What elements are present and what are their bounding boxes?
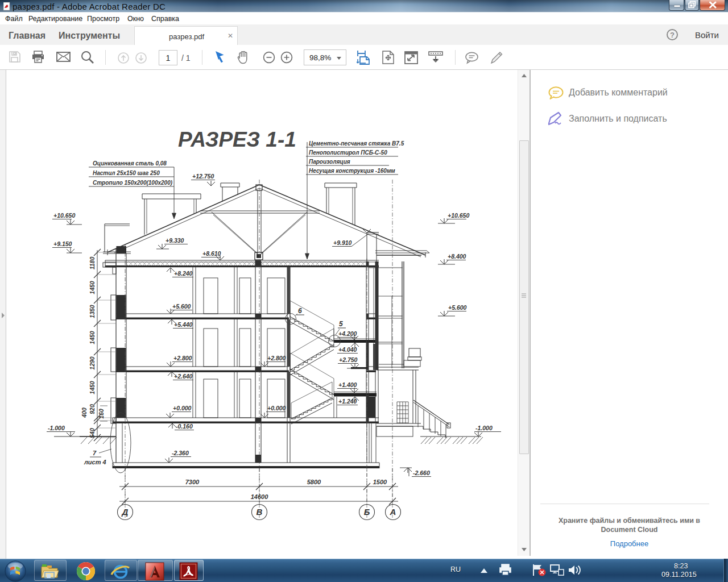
svg-text:+1.400: +1.400: [338, 381, 357, 388]
svg-text:14600: 14600: [251, 493, 268, 500]
svg-text:540: 540: [89, 428, 96, 438]
svg-text:Настил 25х150 шаг 250: Настил 25х150 шаг 250: [93, 170, 160, 176]
svg-text:В: В: [257, 507, 263, 517]
svg-text:1180: 1180: [89, 257, 96, 270]
svg-text:Пенополистирол ПСБ-С-50: Пенополистирол ПСБ-С-50: [309, 149, 387, 156]
svg-text:Цементно-песчаная стяжка В7.5: Цементно-песчаная стяжка В7.5: [309, 140, 404, 147]
svg-text:+2.800: +2.800: [267, 355, 286, 361]
svg-text:+2.750: +2.750: [339, 356, 358, 363]
svg-text:+5.440: +5.440: [174, 321, 193, 328]
svg-text:Стропило 150х200(100х200): Стропило 150х200(100х200): [93, 180, 173, 186]
svg-text:1500: 1500: [373, 479, 387, 485]
svg-text:Д: Д: [121, 507, 129, 517]
svg-text:+4.040: +4.040: [338, 346, 357, 353]
svg-text:А: А: [390, 507, 396, 517]
svg-text:6: 6: [298, 307, 302, 315]
svg-text:-1.000: -1.000: [475, 425, 493, 431]
svg-text:+0.000: +0.000: [267, 405, 286, 411]
svg-text:+9.330: +9.330: [166, 237, 184, 244]
svg-text:-2.660: -2.660: [413, 469, 430, 476]
svg-text:Пароизоляция: Пароизоляция: [309, 159, 350, 165]
svg-text:+9.910: +9.910: [333, 239, 352, 246]
svg-text:Б: Б: [364, 507, 370, 517]
svg-text:+1.240: +1.240: [338, 398, 357, 405]
svg-text:400: 400: [81, 408, 88, 418]
svg-text:+2.640: +2.640: [174, 373, 193, 380]
svg-text:+2.800: +2.800: [173, 355, 192, 361]
svg-text:+8.610: +8.610: [202, 250, 221, 257]
svg-text:+9.150: +9.150: [53, 240, 72, 247]
svg-text:7: 7: [93, 450, 97, 456]
svg-text:-0.160: -0.160: [176, 423, 193, 430]
svg-text:+12.750: +12.750: [192, 173, 214, 180]
svg-text:+10.650: +10.650: [448, 212, 469, 219]
svg-text:+8.400: +8.400: [448, 253, 466, 260]
svg-text:Оцинкованная сталь 0,08: Оцинкованная сталь 0,08: [93, 160, 167, 167]
svg-text:160: 160: [98, 409, 105, 419]
svg-text:+10.650: +10.650: [53, 212, 75, 219]
svg-text:5: 5: [339, 320, 343, 328]
svg-text:7300: 7300: [185, 479, 200, 485]
svg-text:1350: 1350: [89, 305, 96, 318]
svg-text:+5.600: +5.600: [172, 303, 191, 310]
svg-text:лист 4: лист 4: [84, 459, 106, 465]
svg-text:1450: 1450: [89, 281, 96, 294]
svg-text:5800: 5800: [307, 479, 321, 485]
svg-text:+5.600: +5.600: [448, 304, 467, 311]
svg-text:-1.000: -1.000: [48, 425, 65, 431]
svg-text:1450: 1450: [89, 331, 96, 344]
svg-text:920: 920: [89, 404, 96, 414]
svg-text:+8.240: +8.240: [174, 270, 193, 277]
svg-text:РАЗРЕЗ 1-1: РАЗРЕЗ 1-1: [178, 128, 296, 151]
svg-text:Несущая конструкция -160мм: Несущая конструкция -160мм: [309, 168, 395, 174]
svg-text:+0.000: +0.000: [173, 405, 192, 411]
svg-text:1290: 1290: [89, 356, 96, 370]
svg-text:1450: 1450: [89, 381, 96, 394]
svg-text:-2.360: -2.360: [172, 450, 189, 456]
